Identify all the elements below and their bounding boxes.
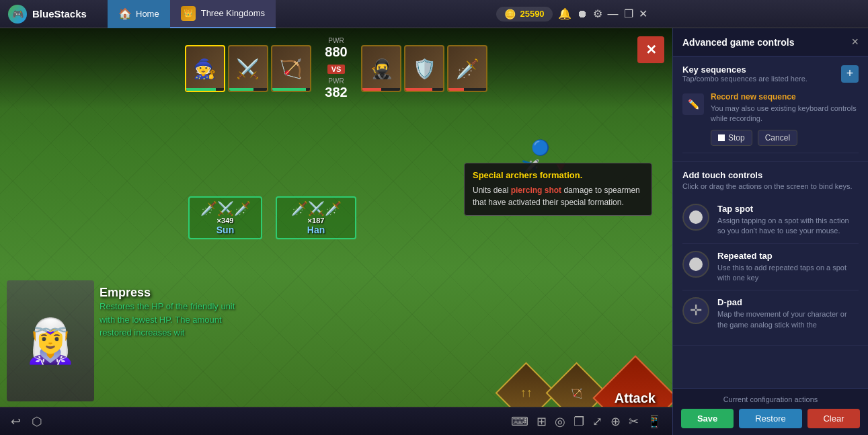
close-battle-button[interactable]: ✕ [637, 36, 664, 63]
record-sequence-title: Record new sequence [711, 92, 859, 102]
mobile-toolbar-icon[interactable]: 📱 [647, 414, 662, 429]
character-description: Restores the HP of the friendly unit wit… [100, 300, 247, 340]
tap-spot-desc: Assign tapping on a spot with this actio… [717, 216, 859, 237]
team-right: 🥷 🛡️ 🗡️ [361, 45, 487, 92]
unit-han: 🗡️⚔️🗡️ ×187 Han [276, 196, 356, 239]
stop-button[interactable]: Stop [711, 130, 752, 146]
panel-header: Advanced game controls × [673, 28, 868, 56]
home-toolbar-icon[interactable]: ⬡ [32, 414, 42, 429]
settings-icon[interactable]: ⚙ [593, 7, 602, 20]
special-formation-tooltip: Special archers formation. Units deal pi… [464, 163, 652, 216]
close-window-icon[interactable]: ✕ [639, 7, 647, 20]
unit-sun: 🗡️⚔️🗡️ ×349 Sun [188, 196, 262, 239]
unit-han-count: ×187 [280, 216, 352, 225]
unit-sun-sprites: 🗡️⚔️🗡️ [192, 200, 258, 216]
tab-game[interactable]: 👑 Three Kingdoms [170, 0, 276, 28]
restore-window-icon[interactable]: ❐ [624, 7, 633, 20]
game-tab-label: Three Kingdoms [201, 8, 265, 18]
panel-bottom: Current configuration actions Save Resto… [673, 388, 868, 435]
hero-1-art: 🧙 [193, 58, 216, 80]
clear-button[interactable]: Clear [807, 409, 860, 428]
character-art: 🧝‍♀️ [7, 280, 94, 401]
toolbar-left: ↩ ⬡ [11, 414, 42, 429]
back-icon[interactable]: ↩ [11, 414, 21, 429]
repeated-tap-circle [689, 258, 703, 271]
record-icon[interactable]: ⏺ [577, 8, 588, 20]
toolbar-right: ⌨ ⊞ ◎ ❐ ⤢ ⊕ ✂ 📱 [511, 414, 662, 429]
hero-portrait-2: ⚔️ [228, 45, 268, 92]
tap-spot-item[interactable]: Tap spot Assign tapping on a spot with t… [682, 197, 859, 244]
tooltip-highlight: piercing shot [511, 186, 561, 195]
close-x-icon[interactable]: ✕ [637, 36, 664, 63]
repeated-tap-content: Repeated tap Use this to add repeated ta… [717, 251, 859, 284]
title-bar: 🎮 BlueStacks 🏠 Home 👑 Three Kingdoms 🪙 2… [0, 0, 868, 28]
save-button[interactable]: Save [681, 409, 734, 428]
bell-icon[interactable]: 🔔 [558, 7, 571, 20]
panel-close-icon[interactable]: × [851, 35, 859, 49]
character-text: Empress Restores the HP of the friendly … [94, 280, 253, 345]
hero-portrait-4: 🥷 [361, 45, 401, 92]
hero-6-art: 🗡️ [456, 58, 479, 80]
add-sequence-button[interactable]: + [841, 65, 859, 83]
dpad-symbol: ✛ [690, 302, 702, 319]
record-sequence-item: ✏️ Record new sequence You may also use … [682, 85, 859, 153]
bottom-toolbar: ↩ ⬡ ⌨ ⊞ ◎ ❐ ⤢ ⊕ ✂ 📱 [0, 407, 672, 435]
hero-5-art: 🛡️ [413, 58, 436, 80]
main-content: 🧙 ⚔️ 🏹 PWR 880 VS [0, 28, 868, 435]
hero-portrait-5: 🛡️ [404, 45, 444, 92]
repeated-tap-icon [682, 251, 709, 278]
pwr-left-label: PWR [325, 37, 347, 44]
vs-block: VS [327, 63, 346, 75]
tooltip-body: Units deal piercing shot damage to spear… [473, 184, 643, 208]
scissors-toolbar-icon[interactable]: ✂ [629, 414, 639, 429]
stop-label: Stop [728, 133, 745, 143]
record-sequence-icon: ✏️ [682, 93, 704, 115]
restore-button[interactable]: Restore [739, 409, 802, 428]
cancel-button[interactable]: Cancel [758, 130, 797, 146]
tab-home[interactable]: 🏠 Home [108, 0, 170, 28]
touch-controls-section: Add touch controls Click or drag the act… [673, 162, 868, 346]
expand-toolbar-icon[interactable]: ⤢ [592, 414, 602, 429]
hero-portrait-1: 🧙 [185, 45, 225, 92]
dpad-title: D-pad [717, 297, 859, 307]
unit-sun-name: Sun [192, 225, 258, 235]
key-sequences-header: Key sequences Tap/combo sequences are li… [682, 65, 859, 83]
config-action-row: Save Restore Clear [681, 409, 860, 428]
game-tab-icon: 👑 [181, 6, 196, 21]
repeated-tap-item[interactable]: Repeated tap Use this to add repeated ta… [682, 244, 859, 291]
tap-spot-icon [682, 204, 709, 231]
dpad-item[interactable]: ✛ D-pad Map the movement of your charact… [682, 290, 859, 337]
tooltip-body1: Units deal [473, 186, 511, 195]
character-info: 🧝‍♀️ Empress Restores the HP of the frie… [7, 280, 253, 401]
dpad-content: D-pad Map the movement of your character… [717, 297, 859, 330]
game-viewport[interactable]: 🧙 ⚔️ 🏹 PWR 880 VS [0, 28, 672, 435]
pwr-left-block: PWR 880 [325, 37, 347, 60]
screen-toolbar-icon[interactable]: ⊞ [537, 414, 547, 429]
pwr-right-block: PWR 382 [325, 77, 347, 100]
location-toolbar-icon[interactable]: ⊕ [610, 414, 621, 429]
touch-controls-title: Add touch controls [682, 170, 859, 180]
unit-sun-count: ×349 [192, 216, 258, 225]
hero-2-art: ⚔️ [236, 58, 260, 80]
character-sprite: 🧝‍♀️ [24, 316, 77, 366]
copy-toolbar-icon[interactable]: ❐ [574, 414, 584, 429]
record-sequence-content: Record new sequence You may also use exi… [711, 92, 859, 146]
pwr-left-value: 880 [325, 44, 347, 60]
unit-han-sprites: 🗡️⚔️🗡️ [280, 200, 352, 216]
repeated-tap-desc: Use this to add repeated taps on a spot … [717, 263, 859, 284]
team-left: 🧙 ⚔️ 🏹 [185, 45, 311, 92]
keyboard-toolbar-icon[interactable]: ⌨ [511, 414, 528, 429]
bluestacks-brand: BlueStacks [32, 8, 87, 19]
dpad-desc: Map the movement of your character or th… [717, 309, 859, 330]
hero-4-art: 🥷 [370, 58, 393, 80]
panel-scrollable[interactable]: Key sequences Tap/combo sequences are li… [673, 56, 868, 388]
view-toolbar-icon[interactable]: ◎ [555, 414, 565, 429]
minimize-icon[interactable]: — [608, 8, 619, 20]
record-actions: Stop Cancel [711, 130, 859, 146]
dpad-icon: ✛ [682, 297, 709, 324]
unit-han-name: Han [280, 225, 352, 235]
title-bar-center: 🪙 25590 🔔 ⏺ ⚙ — ❐ ✕ [276, 7, 868, 22]
hero-portrait-6: 🗡️ [447, 45, 487, 92]
config-actions-title: Current configuration actions [681, 395, 860, 403]
tap-spot-content: Tap spot Assign tapping on a spot with t… [717, 204, 859, 237]
